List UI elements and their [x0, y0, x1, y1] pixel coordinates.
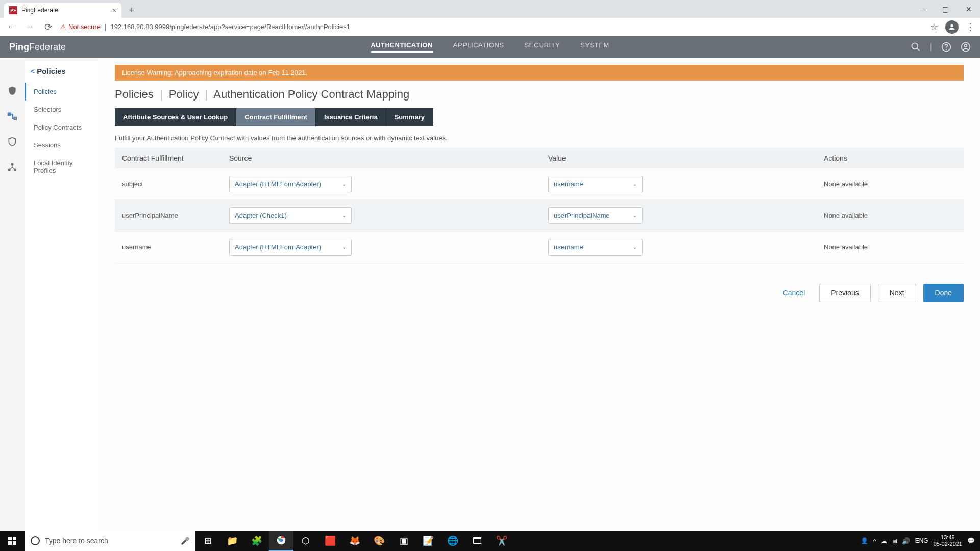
- paint-icon[interactable]: 🎨: [367, 531, 391, 551]
- value-select[interactable]: userPrincipalName ⌄: [548, 207, 643, 224]
- snip-icon[interactable]: ✂️: [489, 531, 514, 551]
- browser-address-bar: ← → ⟳ ⚠ Not secure | 192.168.20.83:9999/…: [0, 18, 980, 36]
- chevron-down-icon: ⌄: [342, 181, 346, 187]
- value-select[interactable]: username ⌄: [548, 239, 643, 256]
- svg-rect-12: [8, 537, 12, 540]
- actions-cell: None available: [824, 180, 957, 188]
- help-icon[interactable]: [941, 42, 951, 52]
- browser-tab[interactable]: PF PingFederate ×: [4, 3, 121, 18]
- system-tray: 👤 ^ ☁ 🖥 🔊 ENG 13:49 05-02-2021 💬: [861, 534, 980, 547]
- close-window-button[interactable]: ✕: [957, 0, 980, 18]
- table-row: subject Adapter (HTMLFormAdapter) ⌄ user…: [115, 168, 964, 200]
- nav-authentication[interactable]: AUTHENTICATION: [371, 41, 433, 53]
- not-secure-indicator[interactable]: ⚠ Not secure: [60, 23, 101, 31]
- header-separator: |: [930, 42, 932, 52]
- onedrive-icon[interactable]: ☁: [880, 537, 887, 545]
- bookmark-icon[interactable]: ☆: [930, 21, 938, 33]
- logo[interactable]: PingFederate: [9, 42, 66, 53]
- done-button[interactable]: Done: [923, 284, 964, 302]
- sidebar-item-policies[interactable]: Policies: [24, 83, 99, 101]
- svg-rect-14: [8, 541, 12, 545]
- svg-point-1: [912, 43, 918, 49]
- breadcrumb-policies[interactable]: Policies: [115, 88, 154, 101]
- search-icon[interactable]: [911, 42, 921, 52]
- tab-title: PingFederate: [21, 7, 58, 14]
- notification-icon[interactable]: 💬: [967, 537, 975, 544]
- chrome-icon[interactable]: [269, 531, 293, 551]
- app-icon-misc[interactable]: 🗔: [465, 531, 489, 551]
- nodes-icon[interactable]: [7, 162, 17, 172]
- user-icon[interactable]: [961, 42, 971, 52]
- app-icon[interactable]: 🧩: [244, 531, 269, 551]
- network-icon[interactable]: 🖥: [891, 537, 898, 545]
- sidebar-header-label: Policies: [37, 67, 66, 76]
- url-field[interactable]: ⚠ Not secure | 192.168.20.83:9999/pingfe…: [60, 23, 924, 31]
- app-icon-red[interactable]: 🟥: [318, 531, 342, 551]
- contract-cell: username: [122, 243, 229, 251]
- table-row: username Adapter (HTMLFormAdapter) ⌄ use…: [115, 232, 964, 263]
- tray-icons: ^ ☁ 🖥 🔊: [873, 537, 910, 545]
- task-view-icon[interactable]: ⊞: [195, 531, 220, 551]
- profile-button[interactable]: [945, 20, 959, 34]
- icon-rail: [0, 58, 24, 531]
- terminal-icon[interactable]: ▣: [391, 531, 416, 551]
- page-description: Fulfill your Authentication Policy Contr…: [115, 134, 964, 142]
- sidebar-item-sessions[interactable]: Sessions: [24, 136, 99, 154]
- nav-security[interactable]: SECURITY: [525, 41, 560, 53]
- sidebar: < Policies Policies Selectors Policy Con…: [24, 58, 99, 531]
- start-button[interactable]: [0, 531, 24, 551]
- value-select[interactable]: username ⌄: [548, 176, 643, 192]
- sidebar-item-selectors[interactable]: Selectors: [24, 101, 99, 118]
- tab-close-icon[interactable]: ×: [112, 6, 116, 14]
- svg-rect-8: [14, 117, 16, 120]
- tab-favicon: PF: [9, 6, 17, 14]
- svg-point-6: [965, 44, 967, 47]
- breadcrumb-policy[interactable]: Policy: [169, 88, 199, 101]
- reload-button[interactable]: ⟳: [42, 21, 54, 33]
- forward-button[interactable]: →: [23, 21, 36, 32]
- tab-issuance-criteria[interactable]: Issuance Criteria: [316, 108, 386, 126]
- file-explorer-icon[interactable]: 📁: [220, 531, 244, 551]
- sidebar-item-local-identity-profiles[interactable]: Local Identity Profiles: [24, 154, 99, 180]
- previous-button[interactable]: Previous: [819, 284, 870, 302]
- minimize-button[interactable]: —: [911, 0, 934, 18]
- actions-cell: None available: [824, 243, 957, 251]
- menu-icon[interactable]: ⋮: [966, 21, 975, 33]
- nav-applications[interactable]: APPLICATIONS: [453, 41, 504, 53]
- mic-icon[interactable]: 🎤: [181, 537, 189, 545]
- taskbar-search[interactable]: Type here to search 🎤: [24, 531, 195, 551]
- header-right: |: [911, 42, 971, 52]
- tray-chevron-icon[interactable]: ^: [873, 537, 876, 545]
- nav-system[interactable]: SYSTEM: [580, 41, 609, 53]
- volume-icon[interactable]: 🔊: [902, 537, 910, 545]
- flow-icon[interactable]: [7, 111, 17, 121]
- next-button[interactable]: Next: [878, 284, 916, 302]
- breadcrumb: Policies | Policy | Authentication Polic…: [115, 88, 964, 101]
- source-select[interactable]: Adapter (Check1) ⌄: [229, 207, 352, 224]
- cancel-link[interactable]: Cancel: [776, 285, 813, 301]
- license-warning-banner: License Warning: Approaching expiration …: [115, 65, 964, 81]
- app-body: < Policies Policies Selectors Policy Con…: [0, 58, 980, 531]
- tab-summary[interactable]: Summary: [386, 108, 433, 126]
- sidebar-item-policy-contracts[interactable]: Policy Contracts: [24, 118, 99, 136]
- source-select[interactable]: Adapter (HTMLFormAdapter) ⌄: [229, 176, 352, 192]
- new-tab-button[interactable]: +: [125, 3, 139, 17]
- people-icon[interactable]: 👤: [861, 537, 868, 544]
- firefox-icon[interactable]: 🦊: [342, 531, 367, 551]
- notepad-icon[interactable]: 📝: [416, 531, 440, 551]
- shield-icon[interactable]: [7, 86, 17, 96]
- clock[interactable]: 13:49 05-02-2021: [934, 534, 962, 547]
- sidebar-header[interactable]: < Policies: [24, 67, 99, 83]
- tab-attribute-sources[interactable]: Attribute Sources & User Lookup: [115, 108, 236, 126]
- back-button[interactable]: ←: [5, 21, 17, 32]
- source-select[interactable]: Adapter (HTMLFormAdapter) ⌄: [229, 239, 352, 256]
- contract-cell: subject: [122, 180, 229, 188]
- language-indicator[interactable]: ENG: [915, 537, 928, 544]
- tab-contract-fulfillment[interactable]: Contract Fulfillment: [236, 108, 316, 126]
- shield-outline-icon[interactable]: [7, 137, 17, 147]
- search-placeholder: Type here to search: [45, 537, 108, 545]
- maximize-button[interactable]: ▢: [934, 0, 957, 18]
- main-nav: AUTHENTICATION APPLICATIONS SECURITY SYS…: [371, 41, 609, 53]
- unity-icon[interactable]: ⬡: [293, 531, 318, 551]
- edge-icon[interactable]: 🌐: [440, 531, 465, 551]
